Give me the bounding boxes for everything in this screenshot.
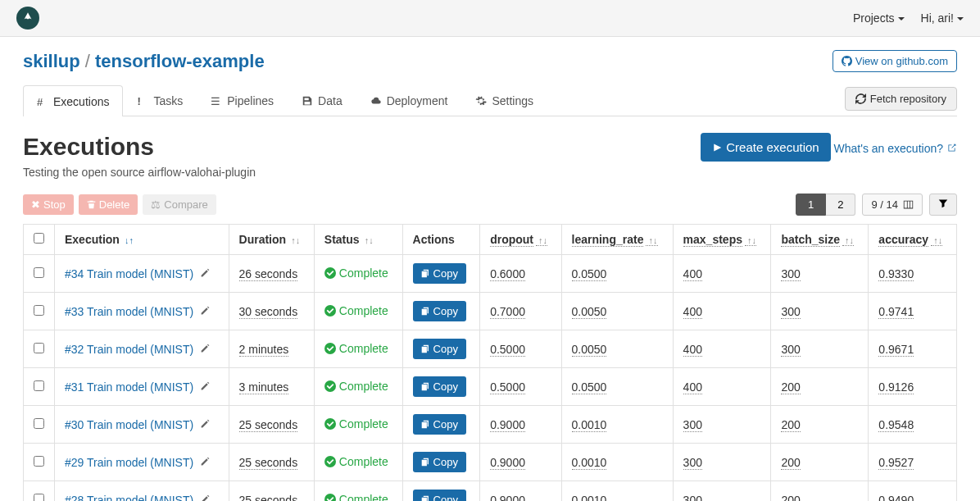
github-icon xyxy=(842,56,852,66)
pager-2[interactable]: 2 xyxy=(826,194,855,216)
execution-link[interactable]: #33 Train model (MNIST) xyxy=(65,305,193,318)
github-label: View on github.com xyxy=(855,55,948,67)
view-github-button[interactable]: View on github.com xyxy=(833,50,957,72)
row-checkbox[interactable] xyxy=(34,418,44,429)
copy-button[interactable]: Copy xyxy=(413,263,466,284)
pager: 1 2 xyxy=(796,194,855,216)
dropout-value: 0.9000 xyxy=(490,418,525,432)
pencil-icon[interactable] xyxy=(200,343,211,356)
sort-icon: ↑↓ xyxy=(536,235,547,246)
sort-icon: ↑↓ xyxy=(931,235,942,246)
user-menu[interactable]: Hi, ari! xyxy=(921,11,964,25)
status-badge: Complete xyxy=(324,417,388,430)
accuracy-value: 0.9548 xyxy=(878,418,914,432)
max-steps-value: 400 xyxy=(683,343,702,357)
col-status[interactable]: Status ↑↓ xyxy=(314,225,402,255)
row-checkbox[interactable] xyxy=(34,494,44,502)
execution-link[interactable]: #29 Train model (MNIST) xyxy=(65,456,193,469)
col-max-steps[interactable]: max_steps ↑↓ xyxy=(673,225,771,255)
breadcrumb-org[interactable]: skillup xyxy=(23,51,80,71)
row-checkbox[interactable] xyxy=(34,267,44,278)
col-dropout[interactable]: dropout ↑↓ xyxy=(480,225,561,255)
table-row: #28 Train model (MNIST) 25 secondsComple… xyxy=(24,481,957,502)
row-checkbox[interactable] xyxy=(34,305,44,316)
pencil-icon[interactable] xyxy=(200,267,211,280)
hash-icon: # xyxy=(37,96,48,107)
tab-pipelines[interactable]: ☰Pipelines xyxy=(197,85,288,116)
tab-tasks[interactable]: !Tasks xyxy=(123,85,197,116)
copy-button[interactable]: Copy xyxy=(413,376,466,397)
table-row: #30 Train model (MNIST) 25 secondsComple… xyxy=(24,406,957,444)
tab-data[interactable]: Data xyxy=(288,85,356,116)
max-steps-value: 300 xyxy=(683,456,702,470)
fin-icon xyxy=(20,11,35,25)
execution-link[interactable]: #31 Train model (MNIST) xyxy=(65,380,193,394)
col-execution[interactable]: Execution ↓↑ xyxy=(55,225,229,255)
table-row: #33 Train model (MNIST) 30 secondsComple… xyxy=(24,293,957,330)
copy-button[interactable]: Copy xyxy=(413,339,466,359)
table-row: #34 Train model (MNIST) 26 secondsComple… xyxy=(24,255,957,293)
execution-link[interactable]: #34 Train model (MNIST) xyxy=(65,267,193,280)
pencil-icon[interactable] xyxy=(200,380,211,394)
col-accuracy[interactable]: accuracy ↑↓ xyxy=(869,225,957,255)
tab-settings[interactable]: Settings xyxy=(461,85,547,116)
duration-value: 30 seconds xyxy=(239,305,298,319)
pencil-icon[interactable] xyxy=(200,305,211,318)
copy-button[interactable]: Copy xyxy=(413,490,466,501)
copy-button[interactable]: Copy xyxy=(413,301,466,321)
batch-size-value: 300 xyxy=(781,305,800,319)
sort-icon: ↑↓ xyxy=(646,235,657,246)
fetch-repository-button[interactable]: Fetch repository xyxy=(845,87,957,111)
status-badge: Complete xyxy=(324,455,388,468)
row-checkbox[interactable] xyxy=(34,380,44,391)
delete-button[interactable]: Delete xyxy=(79,194,138,215)
accuracy-value: 0.9490 xyxy=(878,494,914,502)
pencil-icon[interactable] xyxy=(200,418,211,431)
accuracy-value: 0.9126 xyxy=(878,380,914,394)
tab-deployment[interactable]: Deployment xyxy=(356,85,462,116)
bars-icon: ☰ xyxy=(211,95,222,107)
sort-icon: ↑↓ xyxy=(745,235,756,246)
execution-link[interactable]: #30 Train model (MNIST) xyxy=(65,418,193,431)
brand-logo[interactable] xyxy=(16,7,39,30)
col-learning-rate[interactable]: learning_rate ↑↓ xyxy=(561,225,673,255)
duration-value: 25 seconds xyxy=(239,456,298,470)
copy-button[interactable]: Copy xyxy=(413,452,466,472)
projects-menu[interactable]: Projects xyxy=(853,11,905,25)
row-checkbox[interactable] xyxy=(34,343,44,353)
tab-executions[interactable]: #Executions xyxy=(23,85,123,116)
pencil-icon[interactable] xyxy=(200,494,211,502)
cloud-icon xyxy=(370,95,382,107)
duration-value: 2 minutes xyxy=(239,343,289,357)
row-checkbox[interactable] xyxy=(34,456,44,467)
breadcrumb-project[interactable]: tensorflow-example xyxy=(95,51,265,71)
max-steps-value: 300 xyxy=(683,418,702,432)
stop-button[interactable]: ✖Stop xyxy=(23,194,74,215)
batch-size-value: 300 xyxy=(781,343,800,357)
col-duration[interactable]: Duration ↑↓ xyxy=(229,225,314,255)
duration-value: 26 seconds xyxy=(239,267,298,281)
dropout-value: 0.7000 xyxy=(490,305,525,319)
columns-indicator[interactable]: 9 / 14 xyxy=(862,194,923,216)
pager-1[interactable]: 1 xyxy=(796,194,826,216)
execution-link[interactable]: #32 Train model (MNIST) xyxy=(65,343,193,356)
page-title: Executions xyxy=(23,133,256,161)
tabs: #Executions !Tasks ☰Pipelines Data Deplo… xyxy=(23,85,547,116)
dropout-value: 0.6000 xyxy=(490,267,525,281)
col-batch-size[interactable]: batch_size ↑↓ xyxy=(771,225,869,255)
learning-rate-value: 0.0500 xyxy=(572,267,607,281)
gear-icon xyxy=(475,95,487,107)
create-execution-button[interactable]: Create execution xyxy=(701,133,830,162)
pencil-icon[interactable] xyxy=(200,456,211,469)
max-steps-value: 300 xyxy=(683,494,702,502)
whats-execution-link[interactable]: What's an execution? xyxy=(834,142,957,155)
execution-link[interactable]: #28 Train model (MNIST) xyxy=(65,494,193,502)
copy-button[interactable]: Copy xyxy=(413,414,466,435)
select-all-checkbox[interactable] xyxy=(34,233,44,244)
filter-button[interactable] xyxy=(929,194,957,216)
table-row: #32 Train model (MNIST) 2 minutesComplet… xyxy=(24,330,957,368)
save-icon xyxy=(302,95,313,107)
compare-button: ⚖Compare xyxy=(143,194,216,215)
batch-size-value: 200 xyxy=(781,380,800,394)
stop-icon: ✖ xyxy=(31,198,40,211)
